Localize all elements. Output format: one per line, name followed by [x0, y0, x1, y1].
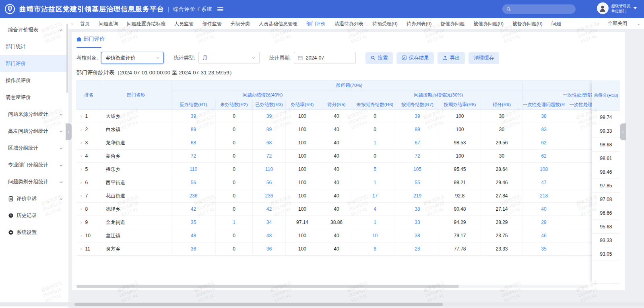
- count-link[interactable]: 48: [191, 233, 196, 238]
- count-link[interactable]: 35: [191, 220, 196, 225]
- count-link[interactable]: 39: [415, 113, 420, 119]
- count-link[interactable]: 83: [541, 127, 546, 132]
- tab-0[interactable]: 首页: [76, 18, 94, 29]
- sidebar-item-3[interactable]: 操作员评价: [0, 72, 68, 89]
- sidebar-item-1[interactable]: 部门统计: [0, 38, 68, 55]
- user-menu[interactable]: 超级管理员 单位部门: [597, 2, 637, 14]
- count-link[interactable]: 8: [374, 246, 376, 252]
- sidebar-item-0[interactable]: 综合评价报表: [0, 21, 68, 38]
- tab-5[interactable]: 分级分类: [226, 18, 254, 29]
- count-link[interactable]: 236: [189, 193, 197, 199]
- count-link[interactable]: 29: [541, 220, 546, 225]
- save-results-button[interactable]: 保存结果: [396, 52, 434, 64]
- count-link[interactable]: 1: [233, 220, 235, 225]
- tab-4[interactable]: 部件监管: [198, 18, 226, 29]
- count-link[interactable]: 108: [540, 166, 548, 172]
- count-link[interactable]: 47: [541, 180, 546, 185]
- count-link[interactable]: 36: [266, 246, 272, 252]
- count-link[interactable]: 1: [374, 220, 376, 225]
- count-link[interactable]: 42: [191, 206, 196, 212]
- count-link[interactable]: 40: [541, 206, 546, 212]
- table-scrollbar-thumb[interactable]: [76, 285, 459, 288]
- tab-14[interactable]: 问题: [547, 18, 566, 29]
- sidebar-item-2[interactable]: 部门评价: [0, 55, 68, 72]
- count-link[interactable]: 218: [540, 193, 548, 199]
- count-link[interactable]: 55: [415, 180, 420, 185]
- row-expand-icon[interactable]: ›: [80, 220, 82, 225]
- count-link[interactable]: 236: [265, 193, 273, 199]
- count-link[interactable]: 4: [374, 206, 376, 212]
- stat-type-select[interactable]: 月: [198, 52, 260, 64]
- row-expand-icon[interactable]: ›: [80, 233, 82, 238]
- count-link[interactable]: 38: [415, 233, 420, 238]
- tabs-more-dropdown[interactable]: ⌄: [633, 18, 644, 29]
- count-link[interactable]: 89: [266, 127, 272, 132]
- period-date-input[interactable]: 2024-07: [294, 52, 356, 64]
- count-link[interactable]: 42: [266, 206, 272, 212]
- menu-icon[interactable]: [217, 7, 223, 11]
- row-expand-icon[interactable]: ›: [80, 206, 82, 212]
- sidebar-item-6[interactable]: 高发问题分组统计: [0, 123, 68, 140]
- count-link[interactable]: 89: [415, 127, 420, 132]
- tab-13[interactable]: 被督办问题(0): [508, 18, 547, 29]
- row-expand-icon[interactable]: ›: [80, 140, 82, 146]
- count-link[interactable]: 1: [374, 180, 376, 185]
- row-expand-icon[interactable]: ›: [80, 246, 82, 252]
- sidebar-collapse-handle[interactable]: ‹: [66, 123, 72, 140]
- count-link[interactable]: 105: [413, 166, 421, 172]
- export-button[interactable]: 导出: [438, 52, 465, 64]
- count-link[interactable]: 110: [190, 166, 197, 172]
- right-panel-handle[interactable]: ‹: [620, 123, 626, 140]
- count-link[interactable]: 39: [266, 113, 272, 119]
- count-link[interactable]: 72: [191, 153, 196, 159]
- tab-8[interactable]: 清退待办列表: [330, 18, 368, 29]
- tab-9[interactable]: 待预受理(0): [368, 18, 402, 29]
- tabs-scroll-left-icon[interactable]: ‹: [68, 21, 76, 27]
- search-button[interactable]: 搜索: [365, 52, 393, 64]
- count-link[interactable]: 35: [541, 246, 546, 252]
- count-link[interactable]: 38: [541, 113, 546, 119]
- tab-11[interactable]: 督催办问题: [436, 18, 469, 29]
- row-expand-icon[interactable]: ›: [80, 180, 82, 185]
- sidebar-item-12[interactable]: 系统设置: [0, 224, 68, 241]
- page-scrollbar-thumb[interactable]: [74, 303, 443, 306]
- row-expand-icon[interactable]: ›: [80, 127, 82, 132]
- sidebar-item-8[interactable]: 专业部门分组统计: [0, 156, 68, 173]
- sidebar-scrollbar[interactable]: [66, 24, 68, 93]
- count-link[interactable]: 10: [372, 233, 378, 238]
- count-link[interactable]: 72: [266, 153, 272, 159]
- tab-10[interactable]: 待办列表(0): [402, 18, 436, 29]
- count-link[interactable]: 68: [191, 140, 196, 146]
- count-link[interactable]: 39: [191, 113, 196, 119]
- count-link[interactable]: 36: [191, 246, 196, 252]
- count-link[interactable]: 62: [541, 140, 546, 146]
- tab-6[interactable]: 人员基础信息管理: [254, 18, 302, 29]
- count-link[interactable]: 67: [415, 140, 420, 146]
- tab-7[interactable]: 部门评价: [302, 18, 330, 29]
- tabs-scroll-right-icon[interactable]: ›: [594, 21, 602, 27]
- target-select[interactable]: 乡镇街道评价: [101, 52, 164, 64]
- sidebar-item-9[interactable]: 问题类别分组统计: [0, 173, 68, 190]
- count-link[interactable]: 33: [415, 220, 420, 225]
- count-link[interactable]: 38: [415, 206, 420, 212]
- count-link[interactable]: 5: [374, 166, 376, 172]
- sidebar-item-5[interactable]: 问题来源分组统计: [0, 106, 68, 123]
- clear-cache-button[interactable]: 清理缓存: [469, 52, 499, 64]
- tab-1[interactable]: 问题查询: [94, 18, 122, 29]
- header-search-input[interactable]: [502, 4, 576, 14]
- count-link[interactable]: 56: [266, 180, 272, 185]
- row-expand-icon[interactable]: ›: [80, 113, 82, 119]
- count-link[interactable]: 1: [374, 140, 376, 146]
- sidebar-item-7[interactable]: 区域分组统计: [0, 140, 68, 156]
- sidebar-item-10[interactable]: 评价申诉: [0, 190, 68, 207]
- count-link[interactable]: 46: [541, 233, 546, 238]
- count-link[interactable]: 110: [265, 166, 273, 172]
- tab-12[interactable]: 被催办问题(0): [469, 18, 508, 29]
- count-link[interactable]: 62: [541, 153, 546, 159]
- count-link[interactable]: 48: [266, 233, 272, 238]
- count-link[interactable]: 68: [266, 140, 272, 146]
- count-link[interactable]: 219: [413, 193, 421, 199]
- count-link[interactable]: 28: [415, 246, 420, 252]
- row-expand-icon[interactable]: ›: [80, 193, 82, 199]
- close-all-tabs-button[interactable]: 全部关闭: [602, 18, 633, 29]
